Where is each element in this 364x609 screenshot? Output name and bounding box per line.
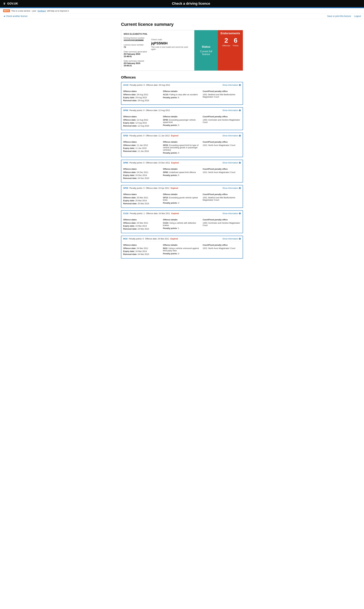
offence-header: SP40 Penalty points: 0 Offence date: 12 …: [121, 108, 243, 113]
offence-card: SP20 Penalty points: 0 Offence date: 11 …: [121, 133, 243, 157]
licence-number-label: Driving licence number:: [124, 37, 145, 39]
offence-date-text: Offence date: 24 Dec 2011: [146, 162, 170, 164]
offence-code: SP60: [123, 162, 128, 164]
offence-dates-col: Offence dates Offence date: 29 Aug 2012 …: [123, 90, 161, 102]
offence-body: Offence dates Offence date: 25 Mar 2011 …: [121, 191, 243, 207]
offence-court-title: Court/Fixed penalty office: [203, 168, 241, 170]
points-count: 6: [234, 37, 237, 44]
offence-card: SP40 Penalty points: 0 Offence date: 12 …: [121, 107, 243, 130]
date-viewed: 25 February 2015 15:50:21: [124, 62, 148, 67]
offence-header-left: IN10 Penalty points: 0 Offence date: 24 …: [123, 238, 178, 240]
offence-court-content: 1021: North Avon Magistrates' Court: [203, 171, 241, 173]
licence-number: XXXXXXX010E99MM: [124, 39, 148, 41]
beta-text2: will help us to improve it.: [47, 10, 69, 12]
offences-group: 2 Offences: [222, 37, 230, 47]
offence-details-title: Offence details: [163, 244, 201, 246]
offence-dates-col: Offence dates Offence date: 25 Mar 2011 …: [123, 193, 161, 205]
offence-court-content: 1051: Bedford and Mid Bedfordshire Magis…: [203, 196, 241, 201]
page-title: Check a driving licence: [21, 1, 361, 6]
offence-code: IN10: [123, 238, 128, 240]
beta-tag: BETA: [3, 9, 10, 12]
offence-court-content: 1051: Bedford and Mid Bedfordshire Magis…: [203, 93, 241, 98]
offence-court-col: Court/Fixed penalty office 1493: Axminst…: [203, 219, 241, 231]
offence-card: IN10 Penalty points: 0 Offence date: 24 …: [121, 236, 243, 259]
show-info-label: Show information: [222, 187, 238, 189]
offence-details-title: Offence details: [163, 193, 201, 195]
date-generated: 25 February 2015 15:48:01: [124, 53, 148, 58]
offence-court-content: 1493: Axminster and Honiton Magistrates'…: [203, 119, 241, 123]
offence-header: SP20 Penalty points: 0 Offence date: 11 …: [121, 133, 243, 139]
offence-header: SP60 Penalty points: 0 Offence date: 24 …: [121, 160, 243, 166]
status-box: Status Current full licence: [194, 30, 218, 71]
offence-details-col: Offence details SP20: Exceeding speed li…: [163, 141, 201, 155]
offence-details-col: Offence details SP60: Undefined speed li…: [163, 168, 201, 180]
offence-details-col: Offence details CU10: Using a vehicle wi…: [163, 219, 201, 231]
show-info-plus-icon: ⊕: [239, 109, 241, 112]
offence-details-content: SP60: Undefined speed limit offence Pena…: [163, 171, 201, 176]
offence-date-text: Offence date: 24 Mar 2011: [145, 238, 169, 240]
save-print-link[interactable]: Save or print this licence: [327, 15, 351, 17]
show-info-plus-icon: ⊕: [239, 161, 241, 164]
show-info-label: Show information: [222, 109, 238, 112]
offence-details-title: Offence details: [163, 90, 201, 92]
expired-badge: Expired: [171, 162, 179, 164]
summary-card: MISS ELIZABETH PHIL Driving licence numb…: [121, 30, 243, 71]
offence-dates-title: Offence dates: [123, 141, 161, 143]
offence-body: Offence dates Offence date: 29 Aug 2012 …: [121, 88, 243, 104]
offence-details-col: Offence details SP10: Exceeding goods ve…: [163, 193, 201, 205]
offence-court-title: Court/Fixed penalty office: [203, 90, 241, 92]
crown-icon: ♛: [3, 2, 6, 5]
offence-dates-title: Offence dates: [123, 244, 161, 246]
penalty-points-text: Penalty points: 6: [130, 84, 145, 86]
offence-body: Offence dates Offence date: 24 Mar 2011 …: [121, 216, 243, 233]
offence-header: IN10 Penalty points: 0 Offence date: 24 …: [121, 236, 243, 242]
offence-dates-title: Offence dates: [123, 168, 161, 170]
offence-court-col: Court/Fixed penalty office 1051: Bedford…: [203, 90, 241, 102]
offence-details-content: SP40: Exceeding passenger vehicle speed …: [163, 119, 201, 126]
offence-header-left: CU10 Penalty points: 1 Offence date: 24 …: [123, 212, 179, 215]
offence-dates-title: Offence dates: [123, 90, 161, 92]
show-info-button[interactable]: Show information ⊕: [222, 161, 241, 164]
show-info-button[interactable]: Show information ⊕: [222, 109, 241, 112]
offence-dates-title: Offence dates: [123, 193, 161, 195]
offence-body: Offence dates Offence date: 12 Aug 2012 …: [121, 113, 243, 130]
expired-badge: Expired: [171, 134, 178, 137]
points-sublabel: Points: [233, 44, 238, 47]
offence-date-text: Offence date: 24 Apr 2011: [146, 187, 169, 189]
offence-date-text: Offence date: 29 Aug 2012: [146, 84, 170, 86]
logout-link[interactable]: Logout: [354, 15, 361, 17]
back-link[interactable]: Check another licence: [3, 15, 27, 17]
show-info-button[interactable]: Show information ⊕: [222, 212, 241, 215]
offence-details-content: SP20: Exceeding speed limit for type of …: [163, 144, 201, 154]
check-code-note: This code is now invalid and cannot be u…: [151, 46, 192, 50]
offence-dates-title: Offence dates: [123, 116, 161, 118]
offence-details-col: Offence details IN10: Using a vehicle un…: [163, 244, 201, 256]
endorsements-box: Endorsements 2 Offences 6 Points: [218, 30, 243, 71]
offences-count: 2: [224, 37, 228, 44]
penalty-points-text: Penalty points: 0: [130, 109, 144, 112]
offence-details-title: Offence details: [163, 168, 201, 170]
show-info-label: Show information: [222, 162, 238, 164]
offence-dates-col: Offence dates Offence date: 11 Jan 2012 …: [123, 141, 161, 155]
offence-code: CU10: [123, 212, 128, 215]
penalty-points-text: Penalty points: 1: [130, 212, 145, 215]
offence-court-title: Court/Fixed penalty office: [203, 219, 241, 221]
offence-body: Offence dates Offence date: 24 Dec 2011 …: [121, 166, 243, 182]
offence-court-col: Court/Fixed penalty office 1021: North A…: [203, 141, 241, 155]
offence-dates-content: Offence date: 11 Jan 2012 Expiry date: 1…: [123, 144, 161, 152]
offence-dates-content: Offence date: 24 Mar 2011 Expiry date: 2…: [123, 222, 161, 230]
show-info-button[interactable]: Show information ⊕: [222, 84, 241, 87]
offence-card: CU10 Penalty points: 1 Offence date: 24 …: [121, 210, 243, 233]
offence-court-content: 1021: North Avon Magistrates' Court: [203, 144, 241, 146]
feedback-link[interactable]: feedback: [38, 10, 46, 12]
offence-details-col: Offence details AC10: Failing to stop af…: [163, 90, 201, 102]
offence-dates-col: Offence dates Offence date: 24 Mar 2011 …: [123, 244, 161, 256]
gov-logo: GOV.UK: [7, 2, 18, 5]
penalty-points-text: Penalty points: 0: [130, 162, 144, 164]
show-info-button[interactable]: Show information ⊕: [222, 134, 241, 137]
page-heading: Current licence summary: [121, 22, 243, 27]
show-info-button[interactable]: Show information ⊕: [222, 187, 241, 190]
show-info-button[interactable]: Show information ⊕: [222, 237, 241, 240]
offence-dates-content: Offence date: 24 Mar 2011 Expiry date: 2…: [123, 247, 161, 255]
offence-header-left: SP30 Penalty points: 3 Offence date: 24 …: [123, 187, 178, 189]
